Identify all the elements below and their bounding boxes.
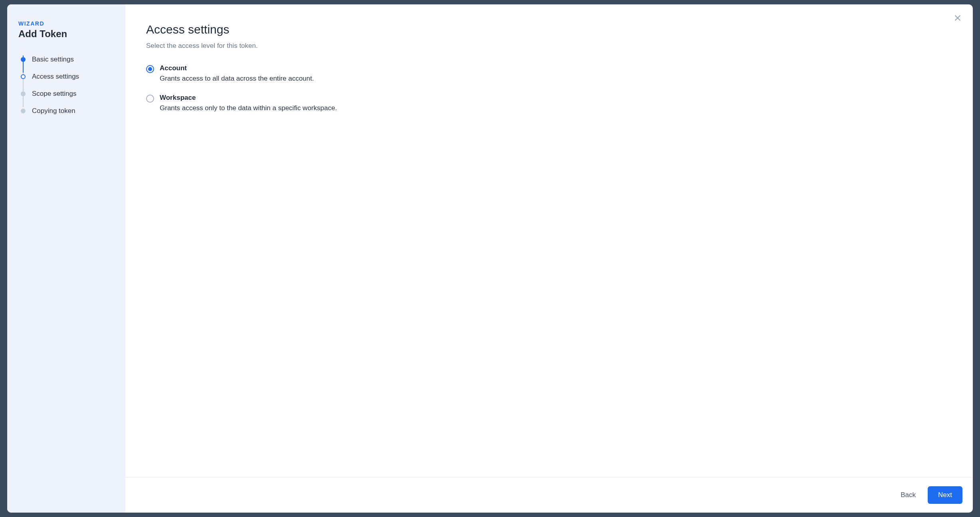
step-dot-icon bbox=[21, 91, 26, 96]
step-dot-icon bbox=[21, 57, 26, 62]
step-access-settings[interactable]: Access settings bbox=[21, 68, 114, 85]
next-button[interactable]: Next bbox=[928, 486, 962, 504]
step-label: Access settings bbox=[32, 73, 79, 81]
radio-description: Grants access to all data across the ent… bbox=[160, 75, 314, 83]
close-icon bbox=[954, 14, 962, 22]
radio-option-workspace[interactable]: Workspace Grants access only to the data… bbox=[146, 94, 952, 112]
radio-icon bbox=[146, 65, 154, 73]
wizard-sidebar: WIZARD Add Token Basic settings Access s… bbox=[7, 4, 125, 513]
step-label: Scope settings bbox=[32, 90, 77, 98]
page-subtitle: Select the access level for this token. bbox=[146, 42, 952, 50]
radio-description: Grants access only to the data within a … bbox=[160, 104, 337, 112]
step-label: Copying token bbox=[32, 107, 75, 115]
step-copying-token[interactable]: Copying token bbox=[21, 102, 114, 119]
radio-body: Workspace Grants access only to the data… bbox=[160, 94, 337, 112]
wizard-eyebrow: WIZARD bbox=[18, 20, 114, 27]
radio-option-account[interactable]: Account Grants access to all data across… bbox=[146, 64, 952, 83]
step-dot-icon bbox=[21, 74, 26, 79]
radio-icon bbox=[146, 95, 154, 103]
step-label: Basic settings bbox=[32, 55, 74, 63]
wizard-title: Add Token bbox=[18, 28, 114, 40]
wizard-content: Access settings Select the access level … bbox=[125, 4, 973, 477]
page-title: Access settings bbox=[146, 23, 952, 36]
wizard-footer: Back Next bbox=[125, 477, 973, 513]
close-button[interactable] bbox=[951, 12, 964, 24]
step-scope-settings[interactable]: Scope settings bbox=[21, 85, 114, 102]
radio-label: Account bbox=[160, 64, 314, 72]
back-button[interactable]: Back bbox=[897, 487, 919, 503]
wizard-steps: Basic settings Access settings Scope set… bbox=[18, 51, 114, 119]
wizard-main: Access settings Select the access level … bbox=[125, 4, 973, 513]
access-level-radio-group: Account Grants access to all data across… bbox=[146, 64, 952, 112]
radio-label: Workspace bbox=[160, 94, 337, 102]
step-dot-icon bbox=[21, 109, 26, 113]
wizard-modal: WIZARD Add Token Basic settings Access s… bbox=[7, 4, 973, 513]
radio-body: Account Grants access to all data across… bbox=[160, 64, 314, 83]
step-basic-settings[interactable]: Basic settings bbox=[21, 51, 114, 68]
